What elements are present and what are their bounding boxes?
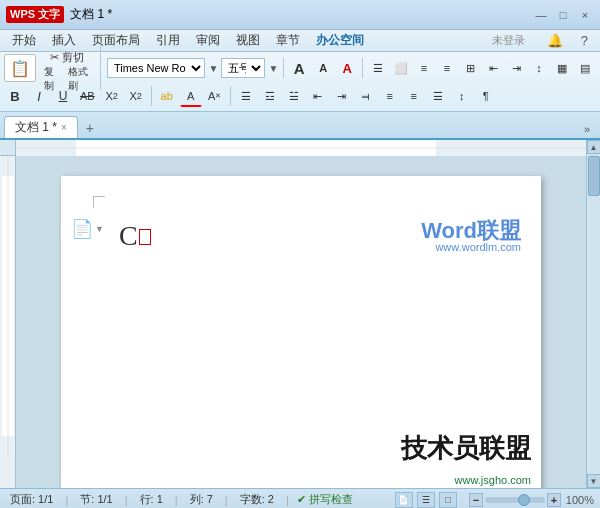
scroll-up-button[interactable]: ▲: [587, 140, 601, 154]
maximize-button[interactable]: □: [554, 7, 572, 23]
tab-close-button[interactable]: ×: [61, 122, 67, 133]
align-center-button[interactable]: ≡: [379, 85, 401, 107]
show-para-button[interactable]: ¶: [475, 85, 497, 107]
increase-indent-button[interactable]: ⇥: [331, 85, 353, 107]
title-controls: — □ ×: [532, 7, 594, 23]
zoom-slider[interactable]: [485, 497, 545, 503]
menu-view[interactable]: 视图: [228, 30, 268, 51]
para-icons-row1: ☰ ⬜ ≡ ≡ ⊞ ⇤ ⇥ ↕ ▦ ▤: [367, 57, 596, 79]
menu-review[interactable]: 审阅: [188, 30, 228, 51]
highlight-button[interactable]: ab: [156, 85, 178, 107]
status-col: 列: 7: [186, 492, 217, 507]
status-div5: |: [286, 494, 289, 506]
sep3: [151, 86, 152, 106]
align-icon-3[interactable]: ≡: [413, 57, 435, 79]
multilevel-list-button[interactable]: ☱: [283, 85, 305, 107]
not-logged: 未登录: [484, 31, 533, 50]
line-spacing-icon[interactable]: ↕: [528, 57, 550, 79]
horizontal-ruler: [16, 140, 586, 156]
zoom-in-button[interactable]: +: [547, 493, 561, 507]
align-icon-2[interactable]: ⬜: [390, 57, 412, 79]
text-cursor: [139, 229, 151, 245]
clear-format-button[interactable]: A✕: [204, 85, 226, 107]
status-icons: 📄 ☰ □: [395, 492, 457, 508]
scroll-track[interactable]: [587, 154, 601, 474]
doc-icon-dropdown[interactable]: ▼: [95, 224, 104, 234]
zoom-slider-handle[interactable]: [518, 494, 530, 506]
sort-button[interactable]: ↕: [451, 85, 473, 107]
vertical-scrollbar[interactable]: ▲ ▼: [586, 140, 600, 488]
doc-icon[interactable]: 📄 ▼: [71, 218, 104, 240]
subscript-button[interactable]: X2: [125, 85, 147, 107]
decrease-indent-button[interactable]: ⇤: [307, 85, 329, 107]
menu-icon-bell[interactable]: 🔔: [539, 31, 571, 50]
font-color-button[interactable]: A: [180, 85, 202, 107]
status-section: 节: 1/1: [76, 492, 116, 507]
sep4: [230, 86, 231, 106]
document-page[interactable]: 📄 ▼ C Word联盟 www.wordlm.com 技术员联盟 www.js…: [61, 176, 541, 488]
status-icon-1[interactable]: 📄: [395, 492, 413, 508]
watermark-tech-union: 技术员联盟: [401, 431, 531, 466]
font-name-arrow: ▼: [208, 63, 218, 74]
menu-icon-help[interactable]: ?: [573, 31, 596, 50]
justify-button[interactable]: ☰: [427, 85, 449, 107]
tab-sidebar-button[interactable]: »: [578, 120, 596, 138]
align-right-button[interactable]: ≡: [403, 85, 425, 107]
align-icon-4[interactable]: ≡: [436, 57, 458, 79]
typed-character: C: [119, 222, 138, 250]
align-left-button[interactable]: ⫤: [355, 85, 377, 107]
border-icon[interactable]: ▤: [574, 57, 596, 79]
zoom-control: − + 100%: [469, 493, 594, 507]
align-icon-5[interactable]: ⊞: [459, 57, 481, 79]
spell-check-button[interactable]: ✔ 拼写检查: [297, 492, 353, 507]
clipboard-group: ✂ ✂ 剪切剪切 复制 格式刷: [40, 46, 94, 90]
status-bar: 页面: 1/1 | 节: 1/1 | 行: 1 | 列: 7 | 字数: 2 |…: [0, 488, 600, 508]
font-size-select[interactable]: 五号: [221, 58, 265, 78]
watermark-tech-url: www.jsgho.com: [455, 474, 531, 486]
doc-area[interactable]: 📄 ▼ C Word联盟 www.wordlm.com 技术员联盟 www.js…: [16, 156, 586, 488]
add-tab-button[interactable]: +: [80, 118, 100, 138]
doc-icon-symbol: 📄: [71, 218, 93, 240]
main-area: 📄 ▼ C Word联盟 www.wordlm.com 技术员联盟 www.js…: [0, 140, 600, 488]
minimize-button[interactable]: —: [532, 7, 550, 23]
bold-button[interactable]: B: [4, 85, 26, 107]
menu-chapter[interactable]: 章节: [268, 30, 308, 51]
bullet-list-button[interactable]: ☰: [235, 85, 257, 107]
grow-font-button[interactable]: A: [288, 57, 310, 79]
status-icon-3[interactable]: □: [439, 492, 457, 508]
scroll-down-button[interactable]: ▼: [587, 474, 601, 488]
paste-group: 📋 ✂ ✂ 剪切剪切 复制 格式刷: [4, 46, 101, 90]
font-size-arrow: ▼: [268, 63, 278, 74]
italic-button[interactable]: I: [28, 85, 50, 107]
underline-button[interactable]: U: [52, 85, 74, 107]
indent-icon-2[interactable]: ⇥: [505, 57, 527, 79]
menu-office-space[interactable]: 办公空间: [308, 30, 372, 51]
scroll-thumb[interactable]: [588, 156, 600, 196]
para-shade-icon[interactable]: ▦: [551, 57, 573, 79]
paste-area: 📋: [4, 54, 36, 82]
font-name-select[interactable]: Times New Roma: [107, 58, 206, 78]
paste-button[interactable]: 📋: [4, 54, 36, 82]
zoom-out-button[interactable]: −: [469, 493, 483, 507]
strikethrough-button[interactable]: AB: [76, 85, 99, 107]
toolbar-row2: B I U AB X2 X2 ab A A✕ ☰ ☲ ☱ ⇤ ⇥ ⫤ ≡ ≡ ☰…: [4, 83, 596, 109]
font-color-a-button[interactable]: A: [336, 57, 358, 79]
toolbar-row1: 📋 ✂ ✂ 剪切剪切 复制 格式刷 Times New Roma ▼ 五号 ▼ …: [4, 54, 596, 82]
title-text: 文档 1 *: [70, 6, 112, 23]
status-div3: |: [175, 494, 178, 506]
document-content[interactable]: C: [119, 222, 151, 250]
zoom-level-label: 100%: [566, 494, 594, 506]
toolbar: 📋 ✂ ✂ 剪切剪切 复制 格式刷 Times New Roma ▼ 五号 ▼ …: [0, 52, 600, 112]
doc-tab[interactable]: 文档 1 * ×: [4, 116, 78, 138]
status-icon-2[interactable]: ☰: [417, 492, 435, 508]
align-icon-1[interactable]: ☰: [367, 57, 389, 79]
close-button[interactable]: ×: [576, 7, 594, 23]
numbered-list-button[interactable]: ☲: [259, 85, 281, 107]
shrink-font-button[interactable]: A: [312, 57, 334, 79]
menu-references[interactable]: 引用: [148, 30, 188, 51]
v-ruler-svg: [0, 156, 16, 456]
status-row: 行: 1: [136, 492, 167, 507]
superscript-button[interactable]: X2: [101, 85, 123, 107]
indent-icon-1[interactable]: ⇤: [482, 57, 504, 79]
page-corner-mark: [93, 196, 105, 208]
